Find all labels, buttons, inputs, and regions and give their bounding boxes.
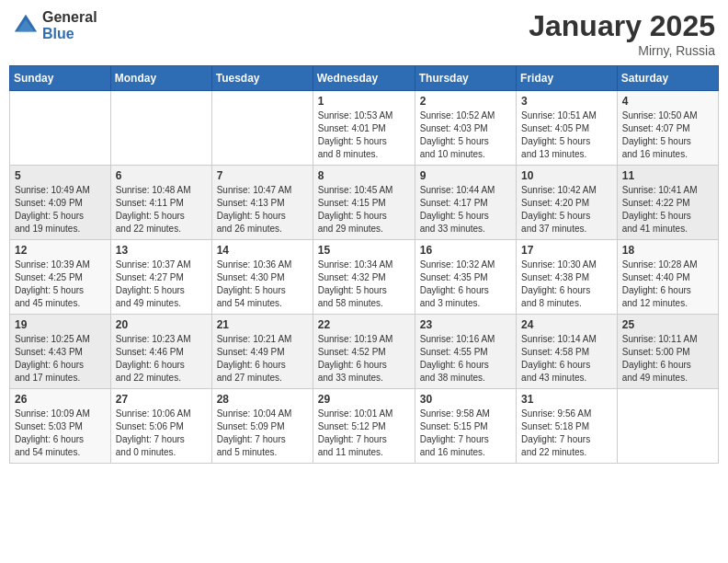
day-info-23: Sunrise: 10:16 AM Sunset: 4:55 PM Daylig… xyxy=(420,333,511,385)
calendar-cell-w3-d3: 14Sunrise: 10:36 AM Sunset: 4:30 PM Dayl… xyxy=(211,240,313,315)
day-info-14: Sunrise: 10:36 AM Sunset: 4:30 PM Daylig… xyxy=(217,259,308,310)
calendar-cell-w2-d3: 7Sunrise: 10:47 AM Sunset: 4:13 PM Dayli… xyxy=(211,166,313,240)
day-info-31: Sunrise: 9:56 AM Sunset: 5:18 PM Dayligh… xyxy=(521,408,612,459)
logo-blue-text: Blue xyxy=(42,26,97,42)
header-tuesday: Tuesday xyxy=(211,66,313,91)
calendar-cell-w3-d1: 12Sunrise: 10:39 AM Sunset: 4:25 PM Dayl… xyxy=(10,240,111,315)
day-info-16: Sunrise: 10:32 AM Sunset: 4:35 PM Daylig… xyxy=(420,259,511,310)
day-info-7: Sunrise: 10:47 AM Sunset: 4:13 PM Daylig… xyxy=(217,184,308,236)
day-info-25: Sunrise: 10:11 AM Sunset: 5:00 PM Daylig… xyxy=(622,333,713,385)
day-info-18: Sunrise: 10:28 AM Sunset: 4:40 PM Daylig… xyxy=(622,259,713,310)
day-info-12: Sunrise: 10:39 AM Sunset: 4:25 PM Daylig… xyxy=(15,259,106,310)
calendar-cell-w2-d6: 10Sunrise: 10:42 AM Sunset: 4:20 PM Dayl… xyxy=(517,166,618,240)
logo-icon xyxy=(13,13,39,39)
day-number-10: 10 xyxy=(521,169,612,182)
calendar-cell-w3-d7: 18Sunrise: 10:28 AM Sunset: 4:40 PM Dayl… xyxy=(617,240,718,315)
calendar-cell-w4-d4: 22Sunrise: 10:19 AM Sunset: 4:52 PM Dayl… xyxy=(313,315,415,389)
day-number-31: 31 xyxy=(521,393,612,406)
day-number-15: 15 xyxy=(318,244,410,257)
day-number-16: 16 xyxy=(420,244,511,257)
day-info-17: Sunrise: 10:30 AM Sunset: 4:38 PM Daylig… xyxy=(521,259,612,310)
day-number-22: 22 xyxy=(318,318,410,331)
day-info-4: Sunrise: 10:50 AM Sunset: 4:07 PM Daylig… xyxy=(622,109,713,161)
logo-text: General Blue xyxy=(42,9,97,41)
calendar-cell-w1-d2 xyxy=(110,91,211,166)
calendar-cell-w2-d1: 5Sunrise: 10:49 AM Sunset: 4:09 PM Dayli… xyxy=(10,166,111,240)
day-number-25: 25 xyxy=(622,318,713,331)
day-number-18: 18 xyxy=(622,244,713,257)
day-number-28: 28 xyxy=(217,393,308,406)
day-info-8: Sunrise: 10:45 AM Sunset: 4:15 PM Daylig… xyxy=(318,184,410,236)
day-number-19: 19 xyxy=(15,318,106,331)
header-wednesday: Wednesday xyxy=(313,66,415,91)
day-number-9: 9 xyxy=(420,169,511,182)
calendar-cell-w5-d3: 28Sunrise: 10:04 AM Sunset: 5:09 PM Dayl… xyxy=(211,389,313,464)
calendar-cell-w4-d6: 24Sunrise: 10:14 AM Sunset: 4:58 PM Dayl… xyxy=(517,315,618,389)
day-number-6: 6 xyxy=(116,169,207,182)
day-number-7: 7 xyxy=(217,169,308,182)
day-info-1: Sunrise: 10:53 AM Sunset: 4:01 PM Daylig… xyxy=(318,109,410,161)
location-subtitle: Mirny, Russia xyxy=(529,43,715,58)
day-info-24: Sunrise: 10:14 AM Sunset: 4:58 PM Daylig… xyxy=(521,333,612,385)
month-year-title: January 2025 xyxy=(529,9,715,43)
calendar-cell-w5-d2: 27Sunrise: 10:06 AM Sunset: 5:06 PM Dayl… xyxy=(110,389,211,464)
header-sunday: Sunday xyxy=(10,66,111,91)
calendar-cell-w1-d6: 3Sunrise: 10:51 AM Sunset: 4:05 PM Dayli… xyxy=(517,91,618,166)
calendar-cell-w3-d4: 15Sunrise: 10:34 AM Sunset: 4:32 PM Dayl… xyxy=(313,240,415,315)
calendar-cell-w4-d1: 19Sunrise: 10:25 AM Sunset: 4:43 PM Dayl… xyxy=(10,315,111,389)
calendar-cell-w4-d3: 21Sunrise: 10:21 AM Sunset: 4:49 PM Dayl… xyxy=(211,315,313,389)
day-info-26: Sunrise: 10:09 AM Sunset: 5:03 PM Daylig… xyxy=(15,408,106,459)
logo: General Blue xyxy=(13,9,97,41)
calendar-cell-w5-d1: 26Sunrise: 10:09 AM Sunset: 5:03 PM Dayl… xyxy=(10,389,111,464)
day-info-2: Sunrise: 10:52 AM Sunset: 4:03 PM Daylig… xyxy=(420,109,511,161)
calendar-cell-w5-d7 xyxy=(617,389,718,464)
day-number-8: 8 xyxy=(318,169,410,182)
day-info-29: Sunrise: 10:01 AM Sunset: 5:12 PM Daylig… xyxy=(318,408,410,459)
week-row-4: 19Sunrise: 10:25 AM Sunset: 4:43 PM Dayl… xyxy=(10,315,719,389)
day-number-4: 4 xyxy=(622,95,713,108)
day-number-14: 14 xyxy=(217,244,308,257)
day-info-30: Sunrise: 9:58 AM Sunset: 5:15 PM Dayligh… xyxy=(420,408,511,459)
day-info-27: Sunrise: 10:06 AM Sunset: 5:06 PM Daylig… xyxy=(116,408,207,459)
day-info-10: Sunrise: 10:42 AM Sunset: 4:20 PM Daylig… xyxy=(521,184,612,236)
header-monday: Monday xyxy=(110,66,211,91)
calendar-cell-w4-d7: 25Sunrise: 10:11 AM Sunset: 5:00 PM Dayl… xyxy=(617,315,718,389)
day-info-20: Sunrise: 10:23 AM Sunset: 4:46 PM Daylig… xyxy=(116,333,207,385)
header-thursday: Thursday xyxy=(415,66,516,91)
day-number-3: 3 xyxy=(521,95,612,108)
day-number-2: 2 xyxy=(420,95,511,108)
day-info-15: Sunrise: 10:34 AM Sunset: 4:32 PM Daylig… xyxy=(318,259,410,310)
day-number-23: 23 xyxy=(420,318,511,331)
day-number-29: 29 xyxy=(318,393,410,406)
day-number-1: 1 xyxy=(318,95,410,108)
day-info-13: Sunrise: 10:37 AM Sunset: 4:27 PM Daylig… xyxy=(116,259,207,310)
day-info-5: Sunrise: 10:49 AM Sunset: 4:09 PM Daylig… xyxy=(15,184,106,236)
header-friday: Friday xyxy=(517,66,618,91)
day-number-24: 24 xyxy=(521,318,612,331)
calendar-cell-w4-d5: 23Sunrise: 10:16 AM Sunset: 4:55 PM Dayl… xyxy=(415,315,516,389)
day-number-20: 20 xyxy=(116,318,207,331)
day-info-9: Sunrise: 10:44 AM Sunset: 4:17 PM Daylig… xyxy=(420,184,511,236)
calendar-cell-w3-d6: 17Sunrise: 10:30 AM Sunset: 4:38 PM Dayl… xyxy=(517,240,618,315)
calendar-cell-w1-d3 xyxy=(211,91,313,166)
calendar-cell-w2-d4: 8Sunrise: 10:45 AM Sunset: 4:15 PM Dayli… xyxy=(313,166,415,240)
calendar-cell-w1-d1 xyxy=(10,91,111,166)
day-info-19: Sunrise: 10:25 AM Sunset: 4:43 PM Daylig… xyxy=(15,333,106,385)
day-number-27: 27 xyxy=(116,393,207,406)
calendar-cell-w3-d5: 16Sunrise: 10:32 AM Sunset: 4:35 PM Dayl… xyxy=(415,240,516,315)
day-number-12: 12 xyxy=(15,244,106,257)
day-info-21: Sunrise: 10:21 AM Sunset: 4:49 PM Daylig… xyxy=(217,333,308,385)
calendar-cell-w5-d5: 30Sunrise: 9:58 AM Sunset: 5:15 PM Dayli… xyxy=(415,389,516,464)
day-number-13: 13 xyxy=(116,244,207,257)
day-number-30: 30 xyxy=(420,393,511,406)
day-info-28: Sunrise: 10:04 AM Sunset: 5:09 PM Daylig… xyxy=(217,408,308,459)
calendar-table: Sunday Monday Tuesday Wednesday Thursday… xyxy=(9,65,719,464)
day-number-11: 11 xyxy=(622,169,713,182)
day-info-11: Sunrise: 10:41 AM Sunset: 4:22 PM Daylig… xyxy=(622,184,713,236)
logo-general-text: General xyxy=(42,9,97,26)
week-row-2: 5Sunrise: 10:49 AM Sunset: 4:09 PM Dayli… xyxy=(10,166,719,240)
calendar-cell-w5-d4: 29Sunrise: 10:01 AM Sunset: 5:12 PM Dayl… xyxy=(313,389,415,464)
week-row-1: 1Sunrise: 10:53 AM Sunset: 4:01 PM Dayli… xyxy=(10,91,719,166)
weekday-header-row: Sunday Monday Tuesday Wednesday Thursday… xyxy=(10,66,719,91)
week-row-5: 26Sunrise: 10:09 AM Sunset: 5:03 PM Dayl… xyxy=(10,389,719,464)
